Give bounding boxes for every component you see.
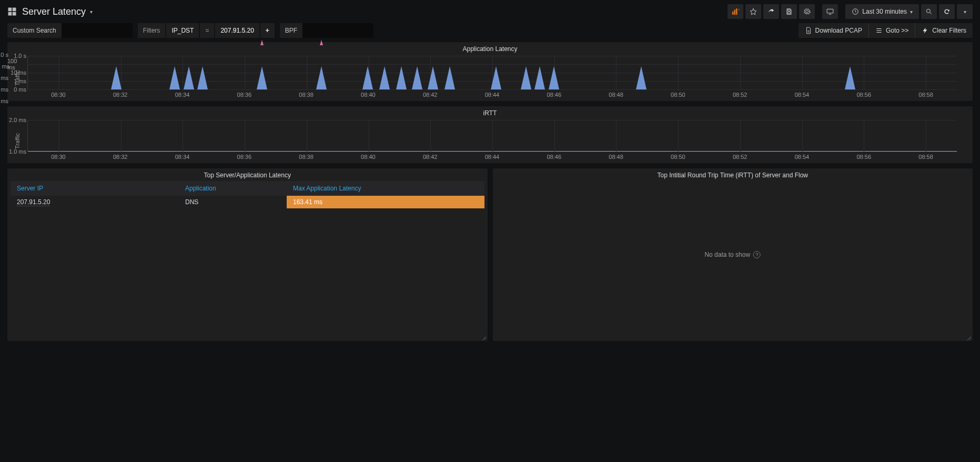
col-application[interactable]: Application	[179, 185, 287, 192]
custom-search-input[interactable]	[62, 23, 133, 38]
caret-down-icon: ▾	[964, 9, 966, 15]
table-header: Server IP Application Max Application La…	[11, 181, 484, 196]
tv-mode-button[interactable]	[822, 4, 838, 19]
chart-app-latency[interactable]: Traffic 08:3008:3208:3408:3608:3808:4008…	[7, 55, 973, 101]
download-pcap-label: Download PCAP	[815, 27, 862, 34]
refresh-interval-button[interactable]: ▾	[957, 4, 973, 19]
panel-title: iRTT	[7, 106, 973, 119]
filter-add-button[interactable]: +	[260, 23, 275, 38]
svg-point-10	[926, 9, 930, 13]
caret-down-icon: ▾	[910, 9, 913, 15]
filter-value[interactable]: 207.91.5.20	[215, 23, 259, 38]
star-icon	[750, 8, 757, 15]
svg-rect-8	[827, 9, 833, 13]
share-button[interactable]	[763, 4, 779, 19]
clear-filters-button[interactable]: Clear Filters	[915, 23, 973, 38]
filters-label: Filters	[138, 23, 166, 38]
bottom-panels-row: Top Server/Application Latency Server IP…	[7, 168, 973, 341]
time-range-button[interactable]: Last 30 minutes ▾	[845, 4, 919, 19]
filters-group: Filters IP_DST = 207.91.5.20 +	[138, 23, 275, 38]
panel-title: Application Latency	[7, 42, 973, 55]
svg-rect-3	[13, 12, 16, 16]
latency-table: Server IP Application Max Application La…	[7, 181, 488, 208]
panel-top-server-latency: Top Server/Application Latency Server IP…	[7, 168, 488, 341]
chart-irtt[interactable]: Traffic 08:3008:3208:3408:3608:3808:4008…	[7, 119, 973, 163]
svg-text:+: +	[738, 8, 739, 12]
x-axis-ticks: 08:3008:3208:3408:3608:3808:4008:4208:44…	[27, 152, 957, 160]
cell-application: DNS	[179, 196, 287, 208]
refresh-icon	[943, 8, 951, 15]
col-server-ip[interactable]: Server IP	[11, 185, 179, 192]
svg-rect-2	[8, 12, 12, 16]
table-row: 207.91.5.20 DNS 163.41 ms	[11, 196, 484, 208]
custom-search-label: Custom Search	[7, 27, 62, 34]
filter-bar: Custom Search Filters IP_DST = 207.91.5.…	[0, 23, 980, 42]
panel-app-latency: Application Latency Traffic 08:3008:3208…	[7, 42, 973, 101]
server-ip-link[interactable]: 207.91.5.20	[17, 198, 50, 206]
download-pcap-button[interactable]: Download PCAP	[799, 23, 868, 38]
share-icon	[767, 8, 775, 15]
plot-area	[27, 120, 957, 152]
no-data-message: No data to show ?	[704, 251, 761, 258]
dashboard-content: Application Latency Traffic 08:3008:3208…	[0, 42, 980, 341]
search-icon	[925, 8, 933, 15]
refresh-button[interactable]	[939, 4, 955, 19]
monitor-icon	[826, 8, 834, 15]
zoom-out-button[interactable]	[921, 4, 937, 19]
dashboard-grid-icon	[7, 7, 17, 16]
y-axis-label: Traffic	[14, 133, 21, 149]
svg-rect-6	[736, 8, 737, 15]
add-panel-button[interactable]: +	[728, 4, 743, 19]
panel-top-irtt: Top Intitial Round Trip Time (iRTT) of S…	[493, 168, 973, 341]
star-button[interactable]	[745, 4, 761, 19]
svg-rect-0	[8, 8, 12, 12]
clear-filters-label: Clear Filters	[932, 27, 966, 34]
bar-chart-plus-icon: +	[732, 8, 739, 15]
svg-rect-5	[734, 10, 735, 15]
filter-operator[interactable]: =	[200, 23, 214, 38]
x-axis-ticks: 08:3008:3208:3408:3608:3808:4008:4208:44…	[27, 89, 957, 98]
time-range-label: Last 30 minutes	[862, 8, 907, 15]
panel-irtt: iRTT Traffic 08:3008:3208:3408:3608:3808…	[7, 106, 973, 163]
svg-rect-1	[13, 8, 16, 12]
bolt-icon	[922, 27, 929, 34]
filter-field[interactable]: IP_DST	[166, 23, 199, 38]
custom-search-group: Custom Search	[7, 23, 133, 38]
filter-actions: Download PCAP Goto >> Clear Filters	[799, 23, 973, 38]
bpf-input[interactable]	[302, 23, 373, 38]
settings-button[interactable]	[799, 4, 815, 19]
svg-rect-4	[732, 12, 733, 15]
help-icon[interactable]: ?	[753, 251, 761, 258]
caret-down-icon: ▾	[90, 9, 93, 15]
resize-handle[interactable]	[481, 335, 487, 340]
goto-button[interactable]: Goto >>	[868, 23, 915, 38]
resize-handle[interactable]	[966, 335, 972, 340]
gear-icon	[803, 8, 811, 15]
plot-area	[27, 56, 957, 89]
save-button[interactable]	[781, 4, 797, 19]
header-toolbar: + Last 30 minutes ▾ ▾	[728, 4, 973, 19]
panel-title: Top Server/Application Latency	[7, 168, 488, 181]
bpf-label: BPF	[280, 27, 302, 34]
save-icon	[785, 8, 793, 15]
cell-server-ip: 207.91.5.20	[11, 196, 179, 208]
dashboard-title-dropdown[interactable]: Server Latency ▾	[7, 6, 93, 17]
panel-title: Top Intitial Round Trip Time (iRTT) of S…	[493, 168, 973, 181]
cell-latency: 163.41 ms	[287, 196, 484, 208]
goto-label: Goto >>	[886, 27, 908, 34]
latency-bar: 163.41 ms	[287, 196, 484, 208]
clock-icon	[852, 8, 859, 15]
no-data-text: No data to show	[704, 251, 750, 258]
dashboard-title: Server Latency	[22, 6, 86, 17]
col-max-latency[interactable]: Max Application Latency	[287, 185, 484, 192]
list-icon	[875, 27, 883, 34]
file-icon	[805, 27, 812, 34]
dashboard-header: Server Latency ▾ + Last 30 minutes ▾ ▾	[0, 0, 980, 23]
bpf-group: BPF	[280, 23, 373, 38]
